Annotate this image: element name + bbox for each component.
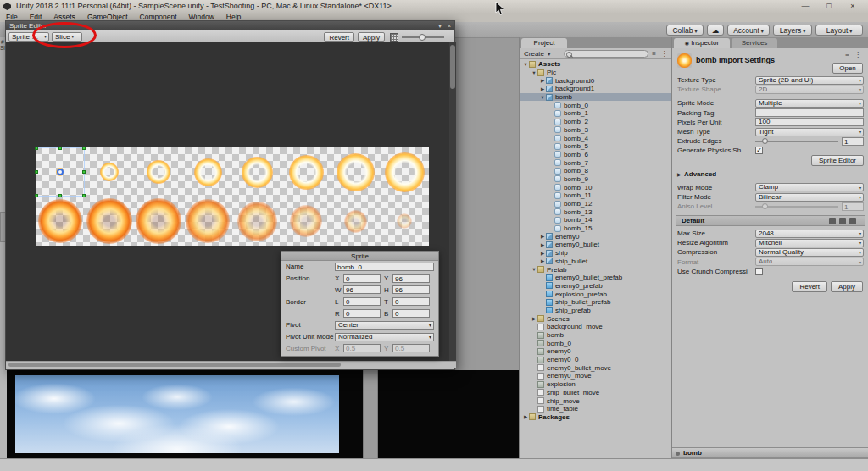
project-item-bomb-9[interactable]: bomb_9 bbox=[520, 175, 671, 184]
alpha-grid-toggle-icon[interactable] bbox=[390, 33, 398, 42]
project-item-bomb-2[interactable]: bomb_2 bbox=[520, 118, 671, 126]
zoom-slider[interactable] bbox=[402, 36, 444, 38]
sprite-frame-3[interactable] bbox=[183, 147, 232, 197]
filter-mode-control[interactable]: Bilinear▾ bbox=[755, 193, 864, 202]
position-h-field[interactable]: 96 bbox=[392, 285, 430, 294]
platform-icon[interactable] bbox=[849, 218, 856, 224]
project-item-assets[interactable]: ▼Assets bbox=[520, 60, 671, 69]
project-item-bomb[interactable]: ▼bomb bbox=[520, 93, 671, 102]
mesh-type-control[interactable]: Tight▾ bbox=[755, 128, 864, 136]
border-l-field[interactable]: 0 bbox=[343, 297, 381, 306]
sprite-frame-10[interactable] bbox=[134, 197, 183, 246]
apply-button[interactable]: Apply bbox=[831, 281, 863, 292]
position-y-field[interactable]: 96 bbox=[392, 274, 430, 283]
sprite-frame-13[interactable] bbox=[281, 197, 331, 246]
project-item-bomb-13[interactable]: bomb_13 bbox=[520, 208, 671, 216]
vertical-scrollbar[interactable] bbox=[449, 42, 456, 361]
project-item-bomb-3[interactable]: bomb_3 bbox=[520, 126, 671, 135]
sprite-frame-11[interactable] bbox=[183, 197, 232, 246]
selection-handle[interactable] bbox=[58, 147, 62, 150]
border-b-field[interactable]: 0 bbox=[392, 309, 430, 318]
sprite-frame-5[interactable] bbox=[281, 147, 331, 197]
sprite-frame-2[interactable] bbox=[134, 147, 183, 197]
presets-icon[interactable]: ≡ bbox=[845, 51, 849, 58]
max-size-control[interactable]: 2048▾ bbox=[755, 230, 864, 238]
project-item-bomb[interactable]: bomb bbox=[520, 331, 671, 340]
standalone-platform-icon[interactable] bbox=[829, 218, 836, 224]
project-item-time-table[interactable]: time_table bbox=[520, 405, 671, 413]
project-item-bomb-6[interactable]: bomb_6 bbox=[520, 151, 671, 159]
slider-value-field[interactable]: 1 bbox=[842, 137, 864, 146]
project-item-explosion-prefab[interactable]: explosion_prefab bbox=[520, 290, 671, 298]
slider-value-field[interactable]: 1 bbox=[842, 202, 864, 211]
foldout-arrow-icon[interactable]: ▶ bbox=[539, 258, 546, 263]
sprite-frame-0[interactable] bbox=[36, 147, 85, 197]
project-item-enemy0-bullet[interactable]: ▶enemy0_bullet bbox=[520, 241, 671, 249]
platform-icon[interactable] bbox=[839, 218, 846, 224]
context-menu-icon[interactable]: ⋮ bbox=[854, 51, 861, 58]
use-crunch-compressi-checkbox[interactable] bbox=[755, 268, 763, 275]
project-item-enemy0-move[interactable]: enemy0_move bbox=[520, 372, 671, 380]
collab-button[interactable]: Collab▾ bbox=[666, 25, 704, 36]
close-button[interactable]: × bbox=[843, 0, 863, 13]
sprite-frame-12[interactable] bbox=[232, 197, 281, 246]
slider-thumb[interactable] bbox=[762, 203, 768, 209]
foldout-arrow-icon[interactable]: ▼ bbox=[531, 70, 537, 75]
generate-physics-sh-control[interactable]: ✓ bbox=[755, 147, 864, 154]
slider-track[interactable] bbox=[755, 206, 838, 208]
border-r-field[interactable]: 0 bbox=[343, 309, 381, 318]
scrollbar-thumb[interactable] bbox=[450, 45, 455, 89]
layers-button[interactable]: Layers▾ bbox=[773, 25, 812, 36]
minimize-button[interactable]: — bbox=[795, 0, 815, 13]
zoom-slider-thumb[interactable] bbox=[419, 34, 426, 41]
project-item-ship-move[interactable]: ship_move bbox=[520, 396, 671, 405]
project-item-bomb-14[interactable]: bomb_14 bbox=[520, 216, 671, 224]
selection-handle[interactable] bbox=[35, 170, 38, 174]
lock-icon[interactable]: ⋮ bbox=[660, 50, 668, 58]
project-item-explosion[interactable]: explosion bbox=[520, 380, 671, 389]
pivot-handle[interactable] bbox=[57, 169, 64, 175]
position-w-field[interactable]: 96 bbox=[343, 285, 381, 294]
project-item-bomb-1[interactable]: bomb_1 bbox=[520, 109, 671, 118]
foldout-arrow-icon[interactable]: ▶ bbox=[522, 414, 529, 419]
aniso-level-control[interactable]: 1 bbox=[755, 202, 864, 211]
project-item-bomb-4[interactable]: bomb_4 bbox=[520, 134, 671, 142]
foldout-arrow-icon[interactable]: ▶ bbox=[539, 86, 546, 91]
texture-type-control[interactable]: Sprite (2D and UI)▾ bbox=[755, 76, 864, 85]
generate-physics-sh-checkbox[interactable]: ✓ bbox=[755, 147, 763, 154]
foldout-arrow-icon[interactable]: ▼ bbox=[522, 62, 529, 67]
pivot-dropdown[interactable]: Center▾ bbox=[335, 321, 434, 330]
project-item-packages[interactable]: ▶Packages bbox=[520, 413, 671, 422]
project-item-bomb-8[interactable]: bomb_8 bbox=[520, 167, 671, 175]
revert-button[interactable]: Revert bbox=[792, 281, 827, 292]
foldout-arrow-icon[interactable]: ▶ bbox=[539, 242, 546, 247]
project-item-bomb-0[interactable]: bomb_0 bbox=[520, 339, 671, 347]
format-control[interactable]: Auto▾ bbox=[755, 258, 864, 266]
project-item-enemy0-bullet-prefab[interactable]: enemy0_bullet_prefab bbox=[520, 274, 671, 282]
position-x-field[interactable]: 0 bbox=[343, 274, 381, 283]
use-crunch-compressi-control[interactable] bbox=[755, 268, 864, 275]
foldout-arrow-icon[interactable]: ▶ bbox=[539, 234, 546, 239]
project-search-input[interactable] bbox=[564, 50, 648, 58]
window-menu-icon[interactable]: ▾ bbox=[436, 21, 444, 30]
project-item-enemy0-prefab[interactable]: enemy0_prefab bbox=[520, 282, 671, 291]
sprite-frame-7[interactable] bbox=[380, 147, 429, 197]
close-icon[interactable]: × bbox=[445, 21, 453, 30]
sprite-frame-4[interactable] bbox=[232, 147, 281, 197]
tab-inspector[interactable]: ◉ Inspector bbox=[674, 38, 730, 48]
foldout-arrow-icon[interactable]: ▼ bbox=[539, 95, 546, 100]
project-item-ship-bullet[interactable]: ▶ship_bullet bbox=[520, 258, 671, 266]
resize-algorithm-control[interactable]: Mitchell▾ bbox=[755, 239, 864, 247]
project-item-enemy0[interactable]: enemy0 bbox=[520, 347, 671, 356]
texture-shape-control[interactable]: 2D▾ bbox=[755, 86, 864, 94]
create-dropdown[interactable]: Create ▾ bbox=[521, 49, 560, 58]
sprite-editor-button[interactable]: Sprite Editor bbox=[811, 155, 864, 166]
project-item-enemy0-bullet-move[interactable]: enemy0_bullet_move bbox=[520, 363, 671, 372]
project-item-background1[interactable]: ▶background1 bbox=[520, 85, 671, 93]
foldout-label[interactable]: Advanced bbox=[684, 170, 716, 178]
maximize-button[interactable]: □ bbox=[819, 0, 839, 13]
project-item-background-move[interactable]: background_move bbox=[520, 323, 671, 331]
pivot-unit-mode-dropdown[interactable]: Normalized▾ bbox=[335, 333, 434, 341]
layout-button[interactable]: Layout▾ bbox=[815, 25, 863, 36]
project-item-ship-bullet-prefab[interactable]: ship_bullet_prefab bbox=[520, 298, 671, 307]
